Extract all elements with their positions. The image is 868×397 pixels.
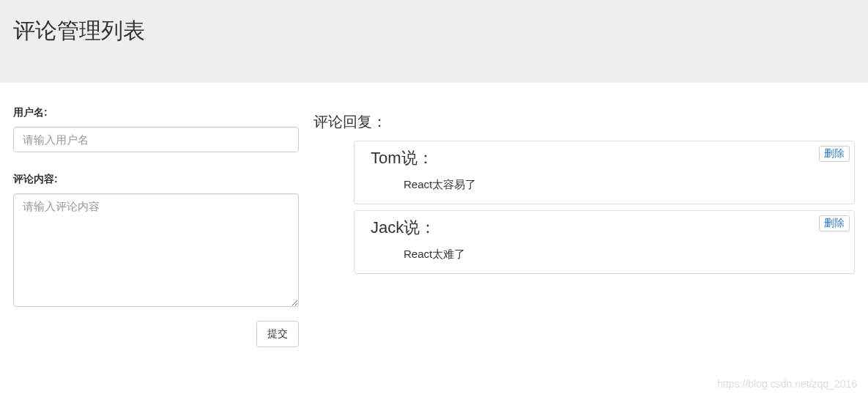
comment-list: 删除 Tom说： React太容易了 删除 Jack说： React太难了 [314, 141, 855, 274]
content-label: 评论内容: [13, 173, 299, 186]
comment-item: 删除 Jack说： React太难了 [354, 210, 855, 274]
comment-content: React太容易了 [371, 178, 845, 192]
comment-user: Jack说： [371, 217, 845, 239]
delete-button[interactable]: 删除 [819, 146, 850, 162]
submit-button[interactable]: 提交 [256, 321, 299, 347]
page-title: 评论管理列表 [13, 16, 855, 46]
username-group: 用户名: [13, 106, 299, 152]
content-textarea[interactable] [13, 193, 299, 307]
comment-content: React太难了 [371, 248, 845, 261]
comment-item: 删除 Tom说： React太容易了 [354, 141, 855, 204]
content-group: 评论内容: [13, 173, 299, 309]
form-column: 用户名: 评论内容: 提交 [13, 106, 299, 347]
username-input[interactable] [13, 127, 299, 152]
username-label: 用户名: [13, 106, 299, 119]
page-header: 评论管理列表 [0, 0, 868, 83]
delete-button[interactable]: 删除 [819, 215, 850, 231]
reply-column: 评论回复： 删除 Tom说： React太容易了 删除 Jack说： React… [314, 106, 855, 347]
main-container: 用户名: 评论内容: 提交 评论回复： 删除 Tom说： React太容易了 删… [0, 83, 868, 360]
reply-title: 评论回复： [314, 112, 855, 132]
comment-user: Tom说： [371, 147, 845, 169]
